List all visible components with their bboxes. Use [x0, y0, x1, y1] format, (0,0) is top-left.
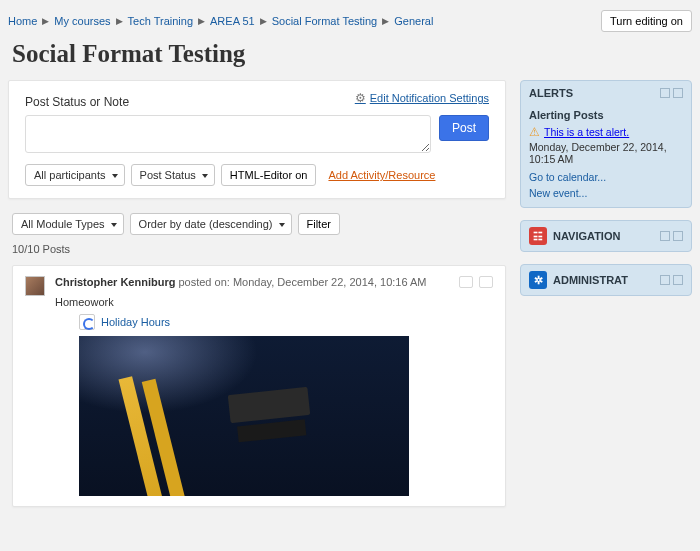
- chevron-right-icon: ▶: [116, 16, 123, 26]
- post-timestamp: Monday, December 22, 2014, 10:16 AM: [233, 276, 427, 288]
- alerts-title: ALERTS: [529, 87, 573, 99]
- module-type-select[interactable]: All Module Types: [12, 213, 124, 235]
- post-actions: [459, 276, 493, 288]
- filter-button[interactable]: Filter: [298, 213, 340, 235]
- gear-icon: ✲: [529, 271, 547, 289]
- avatar: [25, 276, 45, 296]
- attachment-link[interactable]: Holiday Hours: [101, 316, 170, 328]
- alert-timestamp: Monday, December 22, 2014, 10:15 AM: [521, 141, 691, 169]
- gear-icon: ⚙: [355, 91, 366, 105]
- posts-count: 10/10 Posts: [12, 243, 506, 255]
- edit-notification-settings-link[interactable]: ⚙ Edit Notification Settings: [355, 91, 489, 105]
- filter-row: All Module Types Order by date (descendi…: [12, 213, 506, 235]
- post-item: Christopher Kenniburg posted on: Monday,…: [12, 265, 506, 507]
- new-event-link[interactable]: New event...: [529, 187, 587, 199]
- block-dock-icon[interactable]: [673, 88, 683, 98]
- post-author: Christopher Kenniburg: [55, 276, 175, 288]
- navigation-title: NAVIGATION: [553, 230, 620, 242]
- chevron-right-icon: ▶: [382, 16, 389, 26]
- lock-icon[interactable]: [479, 276, 493, 288]
- post-action-icon[interactable]: [459, 276, 473, 288]
- block-hide-icon[interactable]: [660, 88, 670, 98]
- html-editor-toggle[interactable]: HTML-Editor on: [221, 164, 317, 186]
- alerts-block: ALERTS Alerting Posts ⚠ This is a test a…: [520, 80, 692, 208]
- add-activity-resource-link[interactable]: Add Activity/Resource: [328, 169, 435, 181]
- block-dock-icon[interactable]: [673, 275, 683, 285]
- edit-notif-label: Edit Notification Settings: [370, 92, 489, 104]
- audience-select[interactable]: All participants: [25, 164, 125, 186]
- turn-editing-on-button[interactable]: Turn editing on: [601, 10, 692, 32]
- alert-link[interactable]: This is a test alert.: [544, 126, 629, 138]
- post-button[interactable]: Post: [439, 115, 489, 141]
- alerts-subheading: Alerting Posts: [521, 105, 691, 123]
- breadcrumb-tech-training[interactable]: Tech Training: [128, 15, 193, 27]
- breadcrumb-area-51[interactable]: AREA 51: [210, 15, 255, 27]
- administration-title: ADMINISTRAT: [553, 274, 628, 286]
- chevron-right-icon: ▶: [260, 16, 267, 26]
- breadcrumb-social-format-testing[interactable]: Social Format Testing: [272, 15, 378, 27]
- block-dock-icon[interactable]: [673, 231, 683, 241]
- breadcrumb-general[interactable]: General: [394, 15, 433, 27]
- navigation-block: ☷ NAVIGATION: [520, 220, 692, 252]
- block-hide-icon[interactable]: [660, 231, 670, 241]
- chevron-right-icon: ▶: [198, 16, 205, 26]
- block-hide-icon[interactable]: [660, 275, 670, 285]
- post-status-box: ⚙ Edit Notification Settings Post Status…: [8, 80, 506, 199]
- breadcrumb-home[interactable]: Home: [8, 15, 37, 27]
- go-to-calendar-link[interactable]: Go to calendar...: [529, 171, 606, 183]
- post-status-textarea[interactable]: [25, 115, 431, 153]
- post-meta: Christopher Kenniburg posted on: Monday,…: [55, 276, 427, 288]
- post-posted-prefix: posted on:: [175, 276, 233, 288]
- warning-icon: ⚠: [529, 125, 540, 139]
- file-icon: [79, 314, 95, 330]
- post-type-select[interactable]: Post Status: [131, 164, 215, 186]
- post-content: Homeowork: [55, 296, 493, 308]
- chevron-right-icon: ▶: [42, 16, 49, 26]
- post-image: [79, 336, 409, 496]
- administration-block: ✲ ADMINISTRAT: [520, 264, 692, 296]
- page-title: Social Format Testing: [12, 40, 692, 68]
- breadcrumb: Home ▶ My courses ▶ Tech Training ▶ AREA…: [8, 15, 433, 27]
- breadcrumb-my-courses[interactable]: My courses: [54, 15, 110, 27]
- navigation-icon: ☷: [529, 227, 547, 245]
- order-by-select[interactable]: Order by date (descending): [130, 213, 292, 235]
- post-attachment: Holiday Hours: [79, 314, 493, 330]
